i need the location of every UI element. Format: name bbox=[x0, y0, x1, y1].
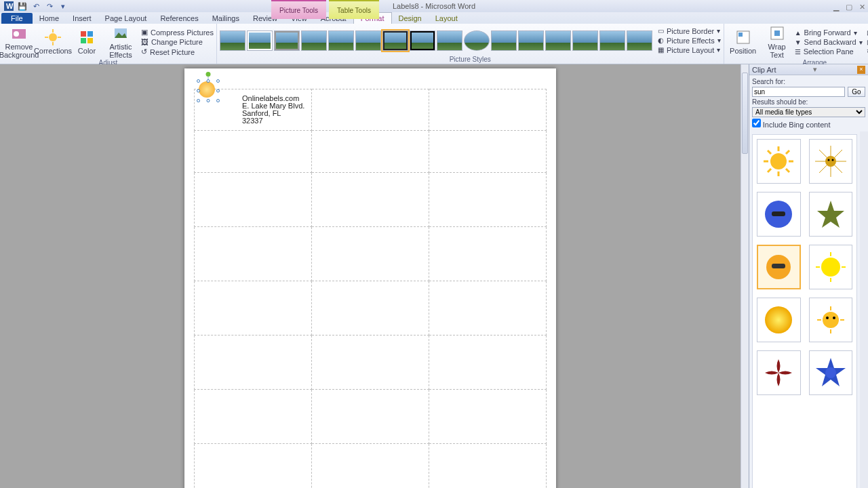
clipart-result[interactable] bbox=[809, 139, 853, 184]
svg-point-47 bbox=[833, 317, 835, 319]
tab-home[interactable]: Home bbox=[33, 13, 66, 24]
save-icon[interactable]: 💾 bbox=[16, 0, 28, 12]
style-thumb-selected[interactable] bbox=[382, 30, 408, 51]
pane-close-icon[interactable]: × bbox=[857, 66, 865, 74]
label-cell[interactable] bbox=[312, 131, 429, 173]
label-cell[interactable]: Onlinelabels.com E. Lake Mary Blvd. Sanf… bbox=[194, 89, 312, 131]
label-cell[interactable] bbox=[429, 281, 547, 336]
tab-layout[interactable]: Layout bbox=[429, 13, 465, 24]
style-thumb[interactable] bbox=[627, 30, 652, 51]
label-cell[interactable] bbox=[312, 227, 429, 281]
svg-rect-11 bbox=[81, 38, 86, 43]
clipart-result[interactable] bbox=[757, 350, 801, 395]
selection-pane-button[interactable]: ☰ Selection Pane bbox=[795, 47, 863, 56]
label-cell[interactable] bbox=[194, 227, 312, 281]
label-cell[interactable] bbox=[429, 444, 547, 488]
remove-background-button[interactable]: Remove Background bbox=[3, 25, 35, 59]
clipart-result-selected[interactable] bbox=[757, 245, 801, 289]
picture-border-button[interactable]: ▭ Picture Border ▾ bbox=[658, 27, 721, 35]
label-cell[interactable] bbox=[312, 89, 429, 131]
label-cell[interactable] bbox=[429, 336, 547, 390]
compress-pictures-button[interactable]: ▣Compress Pictures bbox=[141, 28, 214, 37]
picture-effects-button[interactable]: ◐ Picture Effects ▾ bbox=[658, 37, 721, 45]
send-backward-button[interactable]: ▼ Send Backward ▾ bbox=[795, 38, 863, 46]
redo-icon[interactable]: ↷ bbox=[43, 0, 56, 12]
style-thumb[interactable] bbox=[518, 30, 544, 51]
style-thumb[interactable] bbox=[301, 30, 327, 51]
pane-dropdown-icon[interactable]: ▾ bbox=[813, 65, 817, 74]
label-cell[interactable] bbox=[312, 173, 429, 227]
rotate-handle[interactable] bbox=[206, 72, 211, 77]
style-thumb[interactable] bbox=[274, 30, 300, 51]
style-thumb[interactable] bbox=[599, 30, 625, 51]
label-cell[interactable] bbox=[429, 173, 547, 227]
label-cell[interactable] bbox=[194, 173, 312, 227]
style-thumb[interactable] bbox=[410, 30, 435, 51]
media-types-select[interactable]: All media file types bbox=[752, 107, 865, 117]
close-icon[interactable]: ✕ bbox=[859, 3, 865, 12]
label-cell[interactable] bbox=[312, 336, 429, 390]
label-cell[interactable] bbox=[429, 227, 547, 281]
qat-dropdown-icon[interactable]: ▾ bbox=[57, 0, 69, 12]
clipart-result[interactable] bbox=[757, 139, 801, 184]
change-picture-button[interactable]: 🖼Change Picture bbox=[141, 38, 214, 46]
corrections-button[interactable]: Corrections bbox=[37, 29, 69, 55]
address-text[interactable]: Onlinelabels.com E. Lake Mary Blvd. Sanf… bbox=[242, 95, 304, 125]
clipart-result[interactable] bbox=[809, 298, 853, 342]
label-cell[interactable] bbox=[194, 281, 312, 336]
artistic-effects-button[interactable]: Artistic Effects bbox=[104, 25, 137, 59]
search-input[interactable] bbox=[752, 87, 845, 97]
clipart-result[interactable] bbox=[757, 192, 801, 237]
minimize-icon[interactable]: ▁ bbox=[833, 3, 839, 12]
vertical-scrollbar[interactable] bbox=[741, 64, 749, 488]
label-cell[interactable] bbox=[194, 444, 312, 488]
label-cell[interactable] bbox=[312, 444, 429, 488]
position-button[interactable]: Position bbox=[727, 29, 760, 55]
svg-point-53 bbox=[825, 367, 836, 378]
clipart-result[interactable] bbox=[809, 245, 853, 289]
style-thumb[interactable] bbox=[572, 30, 598, 51]
label-cell[interactable] bbox=[194, 390, 312, 444]
document-area[interactable]: Onlinelabels.com E. Lake Mary Blvd. Sanf… bbox=[0, 64, 741, 488]
style-thumb[interactable] bbox=[220, 30, 245, 51]
style-thumb[interactable] bbox=[355, 30, 381, 51]
clipart-result[interactable] bbox=[809, 192, 853, 237]
label-cell[interactable] bbox=[194, 131, 312, 173]
bring-forward-button[interactable]: ▲ Bring Forward ▾ bbox=[795, 28, 863, 37]
style-thumb[interactable] bbox=[545, 30, 571, 51]
wrap-text-button[interactable]: Wrap Text bbox=[761, 25, 793, 59]
tab-mailings[interactable]: Mailings bbox=[205, 13, 246, 24]
style-thumb[interactable] bbox=[247, 30, 273, 51]
tab-insert[interactable]: Insert bbox=[66, 13, 98, 24]
maximize-icon[interactable]: ▢ bbox=[846, 3, 852, 12]
color-button[interactable]: Color bbox=[71, 29, 103, 55]
style-thumb[interactable] bbox=[328, 30, 354, 51]
label-cell[interactable] bbox=[312, 281, 429, 336]
title-bar: W 💾 ↶ ↷ ▾ Picture Tools Table Tools Labe… bbox=[0, 0, 868, 12]
label-cell[interactable] bbox=[429, 390, 547, 444]
svg-marker-36 bbox=[817, 201, 844, 228]
style-thumb[interactable] bbox=[464, 30, 490, 51]
tab-file[interactable]: File bbox=[1, 13, 33, 24]
style-thumb[interactable] bbox=[491, 30, 517, 51]
include-bing-checkbox[interactable]: Include Bing content bbox=[752, 119, 865, 129]
svg-point-4 bbox=[49, 33, 57, 41]
clipart-result[interactable] bbox=[757, 298, 801, 342]
tab-page-layout[interactable]: Page Layout bbox=[98, 13, 154, 24]
tab-design[interactable]: Design bbox=[392, 13, 429, 24]
tab-references[interactable]: References bbox=[153, 13, 205, 24]
label-cell[interactable] bbox=[429, 131, 547, 173]
style-thumb[interactable] bbox=[437, 30, 462, 51]
clipart-scrollbar[interactable] bbox=[860, 131, 868, 488]
svg-line-23 bbox=[768, 150, 771, 154]
selected-image[interactable] bbox=[199, 81, 218, 100]
label-cell[interactable] bbox=[194, 336, 312, 390]
label-cell[interactable] bbox=[312, 390, 429, 444]
reset-picture-button[interactable]: ↺Reset Picture bbox=[141, 47, 214, 56]
window-title: Labels8 - Microsoft Word bbox=[393, 2, 475, 10]
clipart-result[interactable] bbox=[809, 350, 853, 395]
picture-layout-button[interactable]: ▦ Picture Layout ▾ bbox=[658, 46, 721, 54]
go-button[interactable]: Go bbox=[848, 87, 865, 97]
label-cell[interactable] bbox=[429, 89, 547, 131]
undo-icon[interactable]: ↶ bbox=[30, 0, 42, 12]
